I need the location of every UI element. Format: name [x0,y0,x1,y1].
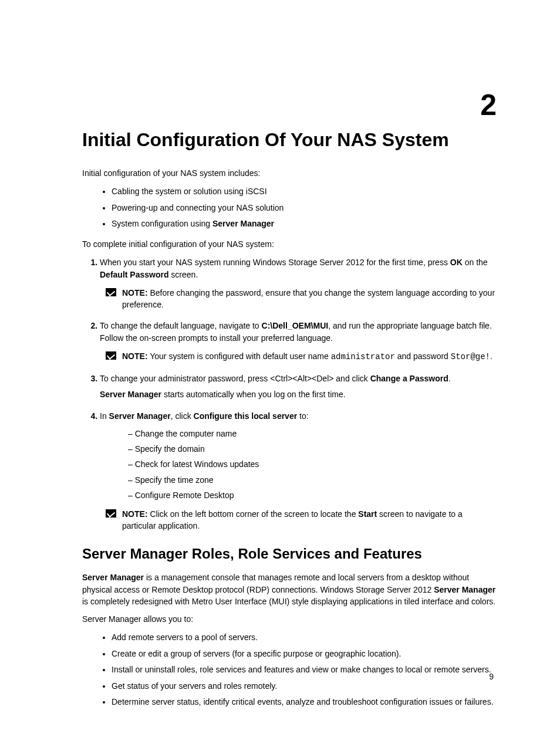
note-label: NOTE: [122,509,148,519]
text-bold: Server Manager [212,219,274,228]
intro-bullet-list: Cabling the system or solution using iSC… [82,185,497,230]
note-icon [106,288,116,296]
text: Powering-up and connecting your NAS solu… [112,203,284,212]
sub-paragraph: Server Manager starts automatically when… [100,388,497,401]
step-item: To change your administrator password, p… [100,373,497,401]
list-item: Determine server status, identify critic… [112,695,497,708]
list-item: Specify the domain [128,442,497,455]
list-item: Install or uninstall roles, role service… [112,663,497,676]
list-item: Check for latest Windows updates [128,458,497,471]
page-title: Initial Configuration Of Your NAS System [82,129,497,151]
steps-list: When you start your NAS system running W… [82,256,497,532]
sm-bullet-list: Add remote servers to a pool of servers.… [82,631,497,708]
text-bold: OK [450,258,463,267]
text: System configuration using [112,219,212,228]
note-text: NOTE: Your system is configured with def… [122,350,492,363]
text: Cabling the system or solution using iSC… [112,187,267,196]
text: To change your administrator password, p… [100,374,370,383]
list-item: Create or edit a group of servers (for a… [112,647,497,660]
text: Your system is configured with default u… [148,351,331,361]
text-bold: Configure this local server [194,411,298,421]
note-block: NOTE: Your system is configured with def… [100,350,497,363]
list-item: Configure Remote Desktop [128,489,497,502]
step-item: To change the default language, navigate… [100,320,497,363]
text: . [490,351,492,361]
text: starts automatically when you log on the… [161,390,346,399]
chapter-number: 2 [480,88,497,122]
note-icon [106,509,116,518]
list-item: Cabling the system or solution using iSC… [112,185,497,198]
text-mono: Stor@ge! [451,352,490,361]
intro-paragraph: Initial configuration of your NAS system… [82,167,497,179]
note-text: NOTE: Click on the left bottom corner of… [122,508,497,532]
text-bold: Server Manager [434,585,495,594]
list-item: Add remote servers to a pool of servers. [112,631,497,644]
text: . [448,374,451,383]
paragraph: Server Manager allows you to: [82,613,497,625]
text: To change the default language, navigate… [100,321,262,330]
text-bold: Start [358,509,377,519]
text: In [100,411,109,421]
text-mono: administrator [331,352,395,361]
text-bold: Change a Password [370,374,448,383]
text: to: [297,411,308,421]
text: on the [463,258,488,267]
text-bold: Server Manager [100,390,161,399]
note-block: NOTE: Click on the left bottom corner of… [100,508,497,532]
list-item: Specify the time zone [128,474,497,486]
step-item: In Server Manager, click Configure this … [100,410,497,532]
text: Click on the left bottom corner of the s… [148,509,359,519]
note-label: NOTE: [122,351,148,361]
text: When you start your NAS system running W… [100,258,450,267]
section-heading: Server Manager Roles, Role Services and … [82,546,497,562]
text: Before changing the password, ensure tha… [122,288,495,309]
text: , click [171,411,194,421]
paragraph: Server Manager is a management console t… [82,571,497,607]
text-bold: Server Manager [82,573,144,582]
text-bold: Server Manager [109,411,171,421]
lead-paragraph: To complete initial configuration of you… [82,238,497,250]
text: and password [395,351,451,361]
text-bold: C:\Dell_OEM\MUI [262,321,329,330]
note-label: NOTE: [122,288,148,297]
page-number: 9 [489,672,494,681]
list-item: Change the computer name [128,427,497,440]
text-bold: Default Password [100,270,168,279]
text: screen. [168,270,198,279]
note-block: NOTE: Before changing the password, ensu… [100,287,497,311]
list-item: Get status of your servers and roles rem… [112,679,497,692]
dash-list: Change the computer name Specify the dom… [100,427,497,502]
text: is completely redesigned with Metro User… [82,597,495,606]
note-icon [106,351,116,360]
step-item: When you start your NAS system running W… [100,256,497,311]
note-text: NOTE: Before changing the password, ensu… [122,287,497,311]
list-item: Powering-up and connecting your NAS solu… [112,201,497,214]
list-item: System configuration using Server Manage… [112,217,497,230]
document-page: 2 Initial Configuration Of Your NAS Syst… [0,0,560,744]
